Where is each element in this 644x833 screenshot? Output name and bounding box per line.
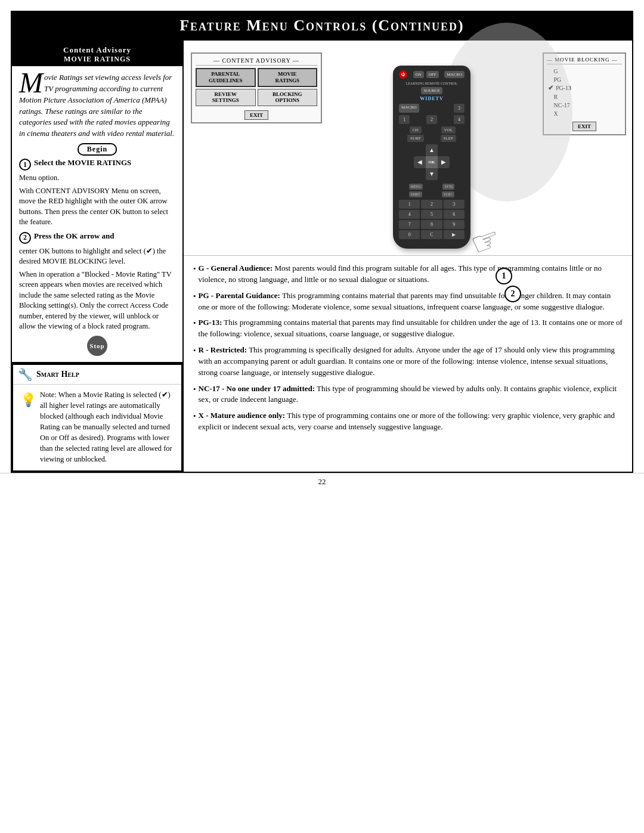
section-header: Content Advisory Movie Ratings xyxy=(12,41,182,66)
step-1-number: 1 xyxy=(19,159,31,171)
bullet-dot-NC17: • xyxy=(193,384,196,395)
remote-dpad: ▲ ▼ ◀ ▶ OK xyxy=(414,144,450,180)
top-area: — CONTENT ADVISORY — PARENTALGUIDELINES … xyxy=(184,41,632,256)
remote-vol-btn: VOL xyxy=(441,126,456,134)
remote-power-row: ⏻ ON OFF MACRO xyxy=(399,70,465,79)
remote-surf-btn: SURF xyxy=(407,135,424,142)
remote-widetv-label: WIDETV xyxy=(399,96,465,101)
bullet-PG13-text: PG-13: This programming contains materia… xyxy=(199,317,623,340)
remote-n9: 9 xyxy=(444,220,465,229)
ratings-bullet-list: • G - General Audience: Most parents wou… xyxy=(193,263,623,433)
dpad-center-ok: OK xyxy=(426,156,438,168)
remote-n7: 7 xyxy=(399,220,420,229)
remote-n4: 4 xyxy=(399,210,420,219)
step-1-body1: Menu option. xyxy=(19,173,175,184)
lightbulb-icon: 💡 xyxy=(20,391,36,410)
dpad-up: ▲ xyxy=(426,144,438,156)
remote-container: ⏻ ON OFF MACRO LEARNING REMOTE CONTROL S… xyxy=(327,41,537,255)
bullet-dot-R: • xyxy=(193,345,196,357)
ca-btn-review: REVIEWSETTINGS xyxy=(196,89,256,107)
remote-nenter: ▶ xyxy=(444,230,465,239)
section-title: Content Advisory xyxy=(14,45,180,55)
remote-n6: 6 xyxy=(444,210,465,219)
remote-slep-btn: SLEP xyxy=(441,135,456,142)
remote-n8: 8 xyxy=(421,220,442,229)
remote-macro-btn: MACRO xyxy=(444,71,465,78)
ca-screen-title: — CONTENT ADVISORY — xyxy=(196,57,317,66)
left-panel: Content Advisory Movie Ratings M ovie Ra… xyxy=(11,41,184,473)
smart-help-body: 💡 Note: When a Movie Rating is selected … xyxy=(13,385,181,471)
ca-exit-btn: EXIT xyxy=(244,110,268,120)
smart-help-box: 🔧 Smart Help 💡 Note: When a Movie Rating… xyxy=(12,363,182,472)
step-2-title: Press the OK arrow and xyxy=(34,231,114,241)
screens-left: — CONTENT ADVISORY — PARENTALGUIDELINES … xyxy=(184,41,327,255)
dpad-right: ▶ xyxy=(438,156,450,168)
ca-btn-movie: MOVIERATINGS xyxy=(258,68,318,87)
right-panel: — CONTENT ADVISORY — PARENTALGUIDELINES … xyxy=(184,41,633,473)
remote-menu-btn: MENU xyxy=(409,184,423,190)
bullet-X-text: X - Mature audience only: This type of p… xyxy=(199,410,623,433)
step-1-title: Select the MOVIE RATINGS xyxy=(34,158,131,168)
section-subtitle: Movie Ratings xyxy=(14,55,180,64)
dpad-left: ◀ xyxy=(414,156,426,168)
begin-badge: Begin xyxy=(78,143,117,156)
remote-misc-row2: SMRT VCR+ xyxy=(399,191,465,197)
remote-source-btn: SOURCE xyxy=(421,87,442,94)
smart-help-header: 🔧 Smart Help xyxy=(13,365,181,385)
step-2-body2: When in operation a "Blocked - Movie Rat… xyxy=(19,270,175,332)
remote-numpad: 1 2 3 4 5 6 7 8 9 0 C ▶ xyxy=(399,200,465,239)
bullet-G: • G - General Audience: Most parents wou… xyxy=(193,263,623,286)
bullet-dot-PG: • xyxy=(193,291,196,302)
remote-n0b: C xyxy=(421,230,442,239)
step-2-body1: center OK buttons to highlight and selec… xyxy=(19,246,175,267)
step-1: 1 Select the MOVIE RATINGS Menu option. … xyxy=(19,158,175,228)
remote-control: ⏻ ON OFF MACRO LEARNING REMOTE CONTROL S… xyxy=(393,66,470,249)
remote-n3: 3 xyxy=(444,200,465,209)
remote-misc-row: MENU STTS xyxy=(399,184,465,190)
bullet-NC17-text: NC-17 - No one under 17 admitted: This t… xyxy=(199,383,623,406)
bullet-dot-G: • xyxy=(193,264,196,275)
bullet-R: • R - Restricted: This programming is sp… xyxy=(193,345,623,379)
remote-smrt-btn: SMRT xyxy=(409,191,422,197)
step-circle-1: 1 xyxy=(496,268,512,284)
remote-n2: 2 xyxy=(421,200,442,209)
step-circle-2: 2 xyxy=(504,286,521,302)
page-number: 22 xyxy=(0,473,644,490)
bullet-dot-X: • xyxy=(193,411,196,422)
remote-off-btn: OFF xyxy=(426,71,439,78)
wrench-icon: 🔧 xyxy=(18,367,33,382)
dpad-down: ▼ xyxy=(426,168,438,180)
stop-badge: Stop xyxy=(87,336,107,356)
remote-num4: 4 xyxy=(454,115,465,124)
bullet-PG: • PG - Parental Guidance: This programmi… xyxy=(193,290,623,313)
bullet-R-text: R - Restricted: This programming is spec… xyxy=(199,345,623,379)
remote-num2: 2 xyxy=(426,115,437,124)
remote-n0a: 0 xyxy=(399,230,420,239)
remote-num1: 1 xyxy=(399,115,410,124)
remote-vol-ch: CH SURF VOL SLEP xyxy=(399,126,465,142)
smart-help-title: Smart Help xyxy=(36,370,79,379)
remote-macro1-btn: MACRO xyxy=(399,104,419,113)
remote-n5: 5 xyxy=(421,210,442,219)
bullet-PG13: • PG-13: This programming contains mater… xyxy=(193,317,623,340)
drop-cap-letter: M xyxy=(19,72,43,94)
intro-paragraph: M ovie Ratings set viewing access levels… xyxy=(19,72,175,140)
bullet-dot-PG13: • xyxy=(193,318,196,329)
ca-btn-parental: PARENTALGUIDELINES xyxy=(196,68,256,87)
ca-screen-grid: PARENTALGUIDELINES MOVIERATINGS REVIEWSE… xyxy=(196,68,317,106)
bullet-PG-text: PG - Parental Guidance: This programming… xyxy=(199,290,623,313)
remote-power-btn: ⏻ xyxy=(399,70,407,79)
mb-exit-btn: EXIT xyxy=(572,122,596,131)
begin-badge-container: Begin xyxy=(19,143,175,156)
step-1-body2: With CONTENT ADVISORY Menu on screen, mo… xyxy=(19,186,175,228)
smart-help-text: Note: When a Movie Rating is selected (✔… xyxy=(40,389,174,465)
step-2: 2 Press the OK arrow and center OK butto… xyxy=(19,231,175,332)
remote-num3: 3 xyxy=(454,104,465,113)
right-bottom: • G - General Audience: Most parents wou… xyxy=(184,256,632,472)
bullet-X: • X - Mature audience only: This type of… xyxy=(193,410,623,433)
ca-screen-mock: — CONTENT ADVISORY — PARENTALGUIDELINES … xyxy=(191,52,322,123)
remote-stts-btn: STTS xyxy=(442,184,454,190)
stop-icon: Stop xyxy=(19,336,175,356)
step-2-number: 2 xyxy=(19,232,31,244)
left-main-content: M ovie Ratings set viewing access levels… xyxy=(12,66,182,363)
